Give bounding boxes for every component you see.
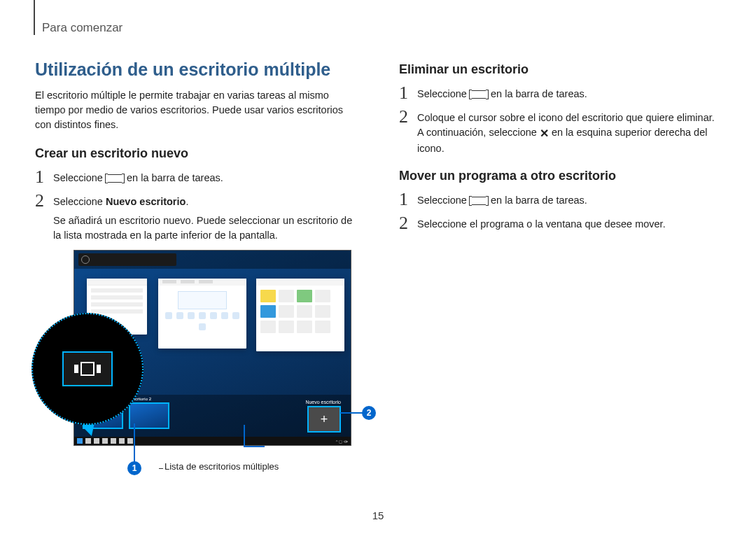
header-rule [34, 0, 35, 35]
step-number: 2 [399, 214, 417, 232]
text: Seleccione [417, 88, 470, 99]
intro-paragraph: El escritorio múltiple le permite trabaj… [35, 88, 357, 132]
text: Seleccione el programa o la ventana que … [417, 218, 666, 230]
step-2: 2 Seleccione Nuevo escritorio. Se añadir… [35, 193, 357, 243]
step-number: 1 [35, 168, 53, 186]
callout-line [134, 423, 135, 464]
subheading-delete: Eliminar un escritorio [399, 62, 721, 77]
figure: Escritorio 1 Escritorio 2 Nuevo escritor… [74, 250, 354, 446]
task-view-icon [471, 87, 486, 102]
callout-badge-1: 1 [127, 461, 141, 475]
figure-caption: Lista de escritorios múltiples [164, 461, 279, 472]
section-title: Utilización de un escritorio múltiple [35, 59, 357, 80]
step-body: Seleccione Nuevo escritorio. Se añadirá … [53, 193, 357, 243]
step-body: Seleccione el programa o la ventana que … [417, 216, 666, 232]
text: en la barra de tareas. [491, 88, 587, 99]
magnifier-inner [62, 351, 113, 386]
search-pill [78, 253, 176, 266]
text: Seleccione [53, 196, 106, 207]
step-number: 2 [399, 108, 417, 126]
step-body: Seleccione en la barra de tareas. [53, 169, 223, 186]
close-icon: ✕ [540, 125, 549, 141]
step-number: 1 [399, 84, 417, 102]
right-column: Eliminar un escritorio 1 Seleccione en l… [399, 59, 721, 446]
mock-topbar [74, 251, 351, 269]
text: en la barra de tareas. [127, 172, 223, 183]
new-desk-label: Nuevo escritorio [305, 400, 341, 405]
caption-leader [159, 468, 163, 469]
new-desktop-button: + [307, 406, 341, 433]
text: Seleccione [53, 172, 106, 183]
step-number: 2 [35, 192, 53, 210]
callout-badge-2: 2 [362, 406, 376, 420]
mock-window [158, 279, 246, 349]
task-view-icon [107, 171, 122, 186]
step-number: 1 [399, 190, 417, 209]
step-body: Seleccione en la barra de tareas. [417, 85, 587, 102]
content-columns: Utilización de un escritorio múltiple El… [35, 59, 721, 446]
step-1: 1 Seleccione en la barra de tareas. [399, 192, 721, 209]
task-view-icon [471, 194, 486, 209]
step-1: 1 Seleccione en la barra de tareas. [35, 169, 357, 186]
left-column: Utilización de un escritorio múltiple El… [35, 59, 357, 446]
step-1: 1 Seleccione en la barra de tareas. [399, 85, 721, 102]
subheading-create: Crear un escritorio nuevo [35, 146, 357, 161]
callout-line [340, 412, 363, 414]
text: Seleccione [417, 195, 470, 206]
step-body: Coloque el cursor sobre el icono del esc… [417, 109, 721, 156]
step-2: 2 Seleccione el programa o la ventana qu… [399, 216, 721, 232]
step-2: 2 Coloque el cursor sobre el icono del e… [399, 109, 721, 156]
text: en la barra de tareas. [491, 195, 587, 206]
breadcrumb: Para comenzar [42, 21, 122, 35]
page-number: 15 [372, 510, 384, 521]
text: . [186, 196, 188, 207]
text: Se añadirá un escritorio nuevo. Puede se… [53, 215, 352, 241]
subheading-move: Mover un programa a otro escritorio [399, 169, 721, 183]
magnifier-callout [31, 313, 144, 425]
callout-line [244, 425, 245, 446]
mock-taskbar: ^ ◻ 🕪 [74, 437, 351, 445]
callout-line [244, 446, 265, 447]
bold-text: Nuevo escritorio [106, 196, 186, 207]
mock-window [256, 279, 344, 351]
task-view-icon-large [73, 359, 102, 379]
step-body: Seleccione en la barra de tareas. [417, 192, 587, 209]
